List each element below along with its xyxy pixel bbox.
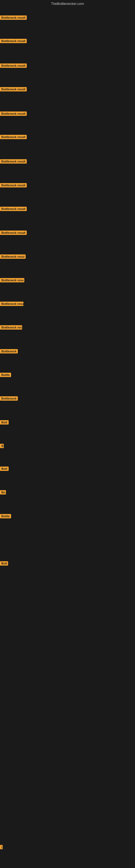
bottleneck-badge[interactable]: Bottleneck result	[0, 230, 27, 235]
bottleneck-badge[interactable]: Bottle	[0, 373, 11, 377]
bottleneck-row: Bottleneck resul	[0, 254, 26, 260]
bottleneck-row: Bolt	[0, 561, 8, 567]
bottleneck-badge[interactable]: Bo	[0, 490, 6, 495]
bottleneck-badge[interactable]: Bott	[0, 420, 9, 425]
bottleneck-row: Bottleneck result	[0, 112, 27, 117]
bottleneck-badge[interactable]: Bottleneck	[0, 396, 18, 401]
bottleneck-badge[interactable]: Bottleneck result	[0, 159, 27, 163]
bottleneck-badge[interactable]: Bottleneck resul	[0, 254, 26, 259]
bottleneck-row: |	[0, 845, 3, 850]
bottleneck-row: Bottleneck result	[0, 87, 27, 93]
bottleneck-row: Bottleneck result	[0, 207, 27, 212]
bottleneck-row: Bottleneck result	[0, 183, 27, 188]
bottleneck-badge[interactable]: Bott	[0, 467, 9, 471]
bottleneck-row: Bottleneck resu	[0, 302, 24, 307]
bottleneck-badge[interactable]: Bottleneck result	[0, 207, 27, 211]
bottleneck-row: Bottle	[0, 514, 11, 520]
bottleneck-row: Bottleneck result	[0, 39, 27, 44]
bottleneck-row: Bottleneck result	[0, 230, 27, 236]
bottleneck-row: B	[0, 444, 4, 449]
bottleneck-badge[interactable]: Bottleneck resu	[0, 302, 24, 306]
bottleneck-row: Bottleneck res	[0, 325, 22, 331]
bottleneck-badge[interactable]: Bottleneck result	[0, 135, 27, 139]
bottleneck-badge[interactable]: B	[0, 444, 4, 448]
bottleneck-badge[interactable]: Bottleneck resu	[0, 278, 24, 282]
bottleneck-row: Bottleneck result	[0, 63, 27, 69]
bottleneck-badge[interactable]: Bottleneck	[0, 349, 18, 353]
bottleneck-badge[interactable]: Bottleneck result	[0, 39, 27, 43]
bottleneck-row: Bottleneck	[0, 396, 18, 402]
bottleneck-badge[interactable]: Bottleneck result	[0, 183, 27, 187]
bottleneck-row: Bottleneck resu	[0, 278, 24, 283]
bottleneck-row: Bottleneck result	[0, 135, 27, 140]
bottleneck-badge[interactable]: Bottleneck result	[0, 16, 27, 20]
bottleneck-row: Bottleneck result	[0, 159, 27, 165]
bottleneck-badge[interactable]: Bolt	[0, 561, 8, 565]
site-title: TheBottlenecker.com	[51, 2, 84, 6]
bottleneck-badge[interactable]: Bottleneck result	[0, 87, 27, 91]
bottleneck-row: Bottle	[0, 373, 11, 378]
bottleneck-row: Bottleneck	[0, 349, 18, 354]
bottleneck-badge[interactable]: |	[0, 845, 3, 849]
bottleneck-badge[interactable]: Bottleneck result	[0, 112, 27, 116]
bottleneck-badge[interactable]: Bottleneck result	[0, 63, 27, 68]
bottleneck-badge[interactable]: Bottleneck res	[0, 325, 22, 330]
bottleneck-badge[interactable]: Bottle	[0, 514, 11, 518]
bottleneck-row: Bo	[0, 490, 6, 496]
bottleneck-row: Bottleneck result	[0, 16, 27, 21]
bottleneck-row: Bott	[0, 420, 9, 426]
bottleneck-row: Bott	[0, 467, 9, 472]
